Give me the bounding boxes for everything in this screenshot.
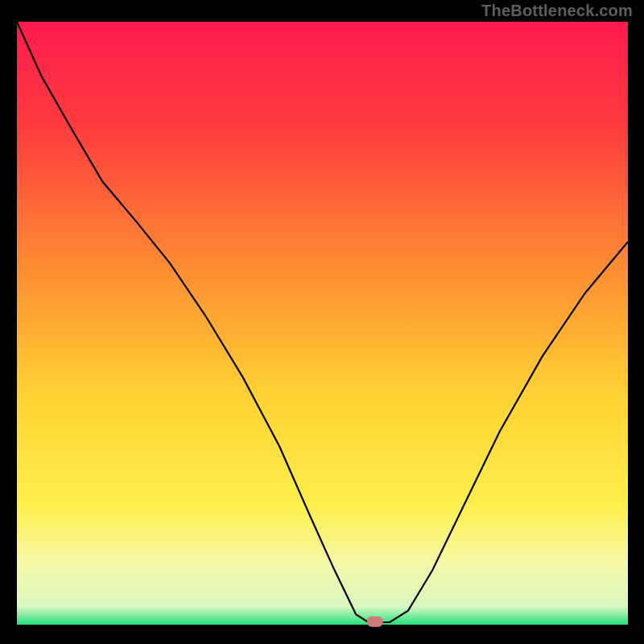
watermark-text: TheBottleneck.com <box>481 2 633 20</box>
chart-canvas <box>0 0 644 644</box>
optimal-marker <box>367 617 383 627</box>
plot-area <box>17 22 628 625</box>
